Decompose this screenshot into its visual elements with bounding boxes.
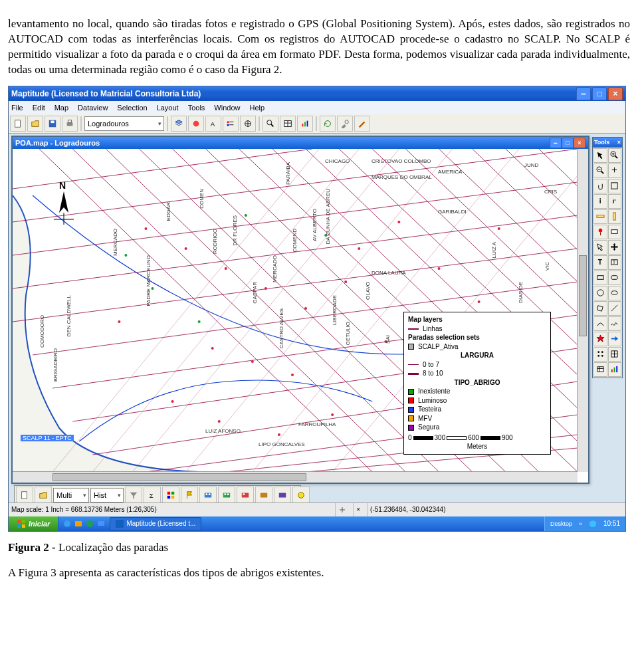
bt-bus2[interactable] [218,487,235,504]
doc-minimize-button[interactable]: ‒ [550,138,562,148]
zoom-out-tool[interactable] [593,164,607,178]
menu-help[interactable]: Help [249,104,265,112]
move-tool[interactable] [608,240,622,255]
freehand-tool[interactable] [608,316,622,331]
layers-button[interactable] [171,116,187,132]
menu-edit[interactable]: Edit [33,104,45,112]
bt-theme[interactable] [292,487,310,504]
layer-select[interactable]: Logradouros [84,116,164,131]
ql-media-icon[interactable] [85,519,94,528]
textbox-tool[interactable]: T [608,255,622,270]
legend-tipo-2: Testeira [418,405,441,414]
tools-palette-close[interactable]: × [617,139,621,146]
street-label: COMEN [199,189,205,209]
bt-open[interactable] [35,487,52,504]
map-canvas[interactable]: N COMODORO BRIGADEIRO GEN CALDWELL MERCA… [13,149,578,472]
ruler-v-tool[interactable] [608,209,622,224]
chart2-tool[interactable] [608,362,622,377]
legend-heading: Map layers [408,316,443,323]
text-tool[interactable]: T [593,255,607,270]
find-button[interactable] [263,116,278,132]
close-button[interactable]: × [608,87,623,100]
taskbar-item-maptitude[interactable]: Maptitude (Licensed t... [110,517,201,530]
status-prev[interactable]: × [353,503,363,516]
label-button[interactable]: A [205,116,221,132]
tray-shield-icon[interactable] [589,520,597,528]
status-zoom[interactable] [335,503,349,516]
menu-tools[interactable]: Tools [188,104,205,112]
theme-button[interactable] [240,116,256,132]
star-tool[interactable] [593,332,607,346]
bt-new[interactable] [16,487,33,504]
polygon-tool[interactable] [593,301,607,316]
menu-dataview[interactable]: Dataview [78,104,108,112]
bt-hist[interactable]: Hist [90,488,124,503]
grid-tool[interactable] [608,347,622,362]
street-label: BRIGADEIRO [53,348,58,382]
minimize-button[interactable]: ‒ [576,87,591,100]
menu-layout[interactable]: Layout [157,104,179,112]
tools-button[interactable] [337,116,353,132]
svg-rect-120 [167,492,170,495]
menu-selection[interactable]: Selection [117,104,147,112]
refresh-button[interactable] [320,116,336,132]
tray-chevron-icon[interactable]: » [579,520,582,527]
legend-button[interactable] [223,116,239,132]
ellipse-tool[interactable] [608,286,622,300]
bt-bus4[interactable] [255,487,272,504]
start-button[interactable]: Iniciar [9,516,58,531]
chart-button[interactable] [297,116,313,132]
pin-tool[interactable] [593,225,607,239]
snap-tool[interactable] [593,347,607,362]
new-button[interactable] [10,116,26,132]
street-label: LIBERDADE [332,295,338,325]
doc-maximize-button[interactable]: □ [562,138,574,148]
bt-filter[interactable] [125,487,142,504]
tray-desktop-label[interactable]: Desktop [550,520,572,527]
bt-multi[interactable]: Multi [53,488,89,503]
draw-button[interactable] [354,116,370,132]
bt-flag[interactable] [181,487,198,504]
bt-sum[interactable]: Σ [144,487,161,504]
style-button[interactable] [188,116,204,132]
curve-tool[interactable] [593,316,607,331]
arrow2-tool[interactable] [593,240,607,255]
ql-ie-icon[interactable] [62,519,72,528]
horizontal-scrollbar[interactable] [13,471,578,483]
line-tool[interactable] [608,301,622,316]
windows-logo-icon [17,519,26,528]
table2-tool[interactable] [593,362,607,377]
bt-bus3[interactable] [237,487,254,504]
circle-tool[interactable] [593,286,607,300]
menu-file[interactable]: File [11,104,23,112]
label-tool[interactable] [608,225,622,239]
bt-bus1[interactable] [199,487,217,504]
bt-bus5[interactable] [274,487,291,504]
rect-tool[interactable] [593,271,607,285]
ql-mail-icon[interactable] [74,519,83,528]
save-button[interactable] [45,116,60,132]
arrow-shape-tool[interactable] [608,332,622,346]
ruler-h-tool[interactable] [593,209,607,224]
hand-tool[interactable] [593,179,607,193]
ql-desktop-icon[interactable] [96,519,106,528]
zoom-in-tool[interactable] [608,148,622,163]
open-button[interactable] [27,116,43,132]
info2-tool[interactable]: i' [608,194,622,209]
pointer-tool[interactable] [593,148,607,163]
doc-close-button[interactable]: × [574,138,585,148]
svg-text:T: T [598,259,603,266]
svg-text:i: i [599,197,601,205]
vertical-scrollbar[interactable] [577,149,588,472]
roundrect-tool[interactable] [608,271,622,285]
print-button[interactable] [62,116,78,132]
bt-color[interactable] [162,487,179,504]
pan-tool[interactable] [608,164,622,178]
info-tool[interactable]: i [593,194,607,209]
svg-rect-150 [17,524,21,528]
menu-window[interactable]: Window [214,104,240,112]
table-button[interactable] [280,116,296,132]
menu-map[interactable]: Map [54,104,68,112]
fit-tool[interactable] [608,179,622,193]
maximize-button[interactable]: □ [592,87,607,100]
